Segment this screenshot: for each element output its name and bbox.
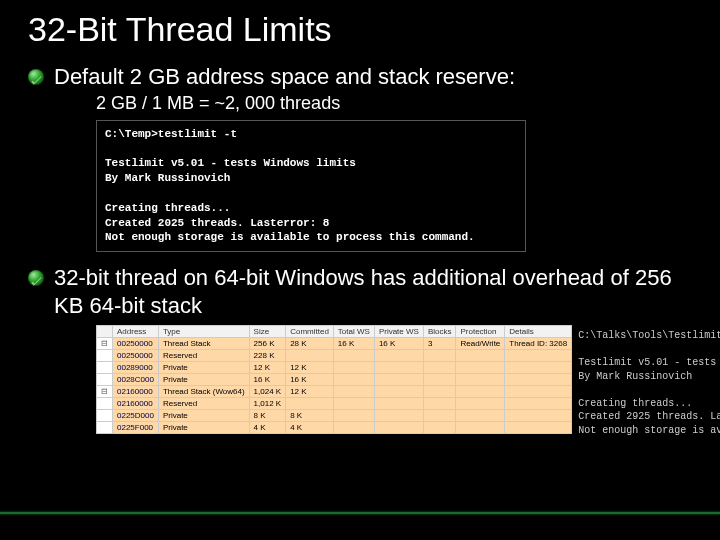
cell: [97, 422, 113, 434]
cell: 8 K: [286, 410, 334, 422]
console1-l5: Not enough storage is available to proce…: [105, 231, 475, 243]
cell: [374, 386, 423, 398]
console1-prompt: C:\Temp>testlimit -t: [105, 128, 237, 140]
cell: Thread Stack (Wow64): [158, 386, 249, 398]
cell: [97, 350, 113, 362]
console1-l2: By Mark Russinovich: [105, 172, 230, 184]
cell: [374, 410, 423, 422]
cell: [374, 350, 423, 362]
memory-table-header: Address Type Size Committed Total WS Pri…: [97, 326, 572, 338]
cell: 16 K: [249, 374, 286, 386]
cell: ⊟: [97, 338, 113, 350]
cell: [374, 398, 423, 410]
cell: [374, 374, 423, 386]
col-address: Address: [113, 326, 159, 338]
cell: 02160000: [113, 386, 159, 398]
cell: [505, 410, 572, 422]
cell: [456, 374, 505, 386]
col-privatews: Private WS: [374, 326, 423, 338]
table-row: ⊟02160000Thread Stack (Wow64)1,024 K12 K: [97, 386, 572, 398]
cell: 0225D000: [113, 410, 159, 422]
cell: 3: [423, 338, 456, 350]
console2-l2: By Mark Russinovich: [578, 371, 692, 382]
col-tree: [97, 326, 113, 338]
bullet-icon: [28, 69, 44, 85]
table-row: ⊟00250000Thread Stack256 K28 K16 K16 K3R…: [97, 338, 572, 350]
cell: 1,012 K: [249, 398, 286, 410]
table-row: 00250000Reserved228 K: [97, 350, 572, 362]
cell: [423, 374, 456, 386]
table-row: 02160000Reserved1,012 K: [97, 398, 572, 410]
cell: [333, 410, 374, 422]
cell: [505, 398, 572, 410]
memory-table: Address Type Size Committed Total WS Pri…: [96, 325, 572, 434]
bullet-icon: [28, 270, 44, 286]
bullet-1: Default 2 GB address space and stack res…: [28, 63, 692, 91]
console2-l1: Testlimit v5.01 - tests windows limits: [578, 357, 720, 368]
cell: [333, 374, 374, 386]
cell: [423, 410, 456, 422]
cell: [423, 362, 456, 374]
cell: [374, 422, 423, 434]
bullet-2-text: 32-bit thread on 64-bit Windows has addi…: [54, 264, 692, 319]
console-output-2: C:\Talks\Tools\Testlimit\Release>testlim…: [572, 325, 720, 441]
cell: Private: [158, 362, 249, 374]
cell: Read/Write: [456, 338, 505, 350]
cell: [97, 374, 113, 386]
cell: [333, 398, 374, 410]
cell: [456, 362, 505, 374]
col-type: Type: [158, 326, 249, 338]
console2-l4: Created 2925 threads. Lasterror: 8: [578, 411, 720, 422]
col-blocks: Blocks: [423, 326, 456, 338]
cell: [505, 374, 572, 386]
cell: [505, 422, 572, 434]
cell: 02160000: [113, 398, 159, 410]
cell: 00289000: [113, 362, 159, 374]
cell: 256 K: [249, 338, 286, 350]
subbullet-1: 2 GB / 1 MB = ~2, 000 threads: [96, 93, 692, 114]
cell: 00250000: [113, 338, 159, 350]
slide: 32-Bit Thread Limits Default 2 GB addres…: [0, 0, 720, 540]
cell: 12 K: [286, 362, 334, 374]
cell: [456, 398, 505, 410]
cell: [374, 362, 423, 374]
cell: Private: [158, 374, 249, 386]
cell: [423, 422, 456, 434]
col-details: Details: [505, 326, 572, 338]
cell: 4 K: [286, 422, 334, 434]
cell: [456, 422, 505, 434]
cell: [456, 410, 505, 422]
table-row: 0225D000Private8 K8 K: [97, 410, 572, 422]
cell: 0028C000: [113, 374, 159, 386]
cell: [456, 350, 505, 362]
cell: [423, 398, 456, 410]
cell: [97, 398, 113, 410]
cell: Thread Stack: [158, 338, 249, 350]
cell: [333, 350, 374, 362]
cell: [97, 410, 113, 422]
row-memtable-console: Address Type Size Committed Total WS Pri…: [96, 325, 692, 441]
col-totalws: Total WS: [333, 326, 374, 338]
col-committed: Committed: [286, 326, 334, 338]
cell: [423, 350, 456, 362]
cell: [423, 386, 456, 398]
cell: [505, 386, 572, 398]
cell: Reserved: [158, 350, 249, 362]
cell: 12 K: [249, 362, 286, 374]
col-size: Size: [249, 326, 286, 338]
cell: 1,024 K: [249, 386, 286, 398]
cell: 00250000: [113, 350, 159, 362]
cell: [333, 362, 374, 374]
cell: [286, 350, 334, 362]
console1-l4: Created 2025 threads. Lasterror: 8: [105, 217, 329, 229]
decorative-divider: [0, 510, 720, 516]
cell: [456, 386, 505, 398]
cell: Reserved: [158, 398, 249, 410]
cell: 28 K: [286, 338, 334, 350]
cell: Thread ID: 3268: [505, 338, 572, 350]
cell: 16 K: [286, 374, 334, 386]
cell: Private: [158, 422, 249, 434]
console2-prompt: C:\Talks\Tools\Testlimit\Release>testlim…: [578, 330, 720, 341]
cell: 4 K: [249, 422, 286, 434]
cell: [505, 362, 572, 374]
